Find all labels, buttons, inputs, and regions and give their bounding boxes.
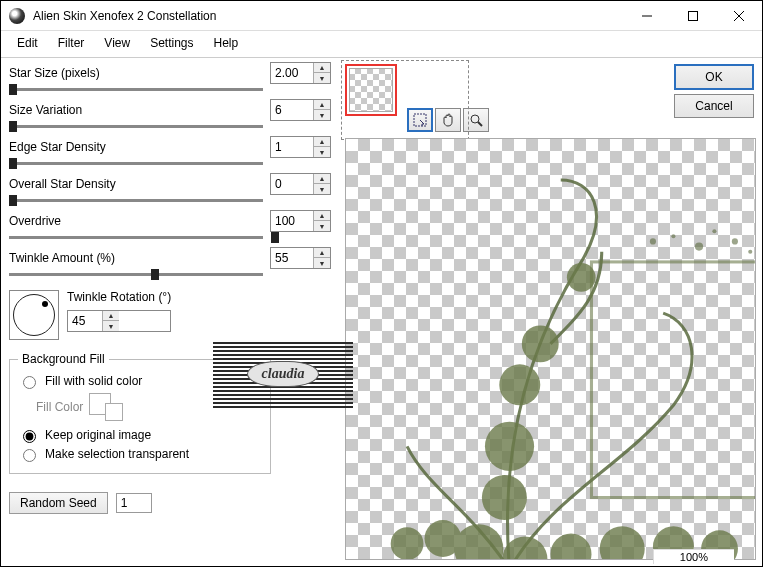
zoom-level: 100% [653,549,734,564]
svg-point-23 [695,242,703,250]
param-overdrive: Overdrive ▲▼ [9,210,331,239]
size-variation-slider[interactable] [9,125,263,128]
svg-point-26 [748,250,752,254]
radio-keep-original[interactable]: Keep original image [18,427,262,443]
twinkle-rotation-down[interactable]: ▼ [103,321,119,331]
star-size-slider[interactable] [9,88,263,91]
slider-thumb[interactable] [9,195,17,206]
slider-thumb[interactable] [271,232,279,243]
titlebar: Alien Skin Xenofex 2 Constellation [1,1,762,31]
twinkle-rotation-up[interactable]: ▲ [103,311,119,321]
zoom-tool-button[interactable] [463,108,489,132]
svg-point-5 [471,115,479,123]
dialog-buttons: OK Cancel [674,64,754,118]
random-seed-input[interactable] [116,493,152,513]
size-variation-label: Size Variation [9,103,82,117]
marquee-tool-button[interactable] [407,108,433,132]
size-variation-input[interactable] [271,100,313,120]
menu-settings[interactable]: Settings [142,34,201,52]
edge-density-slider[interactable] [9,162,263,165]
svg-point-17 [485,422,534,471]
size-variation-down[interactable]: ▼ [314,110,330,120]
slider-thumb[interactable] [151,269,159,280]
menu-view[interactable]: View [96,34,138,52]
ok-button[interactable]: OK [674,64,754,90]
preview-tools [407,108,489,132]
svg-point-10 [600,526,645,559]
size-variation-up[interactable]: ▲ [314,100,330,110]
param-edge-density: Edge Star Density ▲▼ [9,136,331,165]
svg-point-14 [391,527,424,559]
svg-point-9 [551,533,592,559]
twinkle-amount-slider[interactable] [9,273,263,276]
svg-point-13 [425,520,462,557]
menu-filter[interactable]: Filter [50,34,93,52]
svg-point-22 [671,234,675,238]
overdrive-up[interactable]: ▲ [314,211,330,221]
edge-density-up[interactable]: ▲ [314,137,330,147]
overdrive-input[interactable] [271,211,313,231]
rotation-dial[interactable] [9,290,59,340]
radio-fill-solid-input[interactable] [23,376,36,389]
overall-density-up[interactable]: ▲ [314,174,330,184]
overall-density-slider[interactable] [9,199,263,202]
maximize-button[interactable] [670,1,716,30]
param-twinkle-amount: Twinkle Amount (%) ▲▼ [9,247,331,276]
fill-color-label: Fill Color [36,400,83,414]
preview-panel: OK Cancel [339,58,762,566]
overall-density-down[interactable]: ▼ [314,184,330,194]
fill-color-row: Fill Color [36,393,262,421]
edge-density-label: Edge Star Density [9,140,106,154]
svg-line-6 [478,122,482,126]
slider-thumb[interactable] [9,121,17,132]
overall-density-input[interactable] [271,174,313,194]
menu-edit[interactable]: Edit [9,34,46,52]
slider-thumb[interactable] [9,84,17,95]
twinkle-amount-up[interactable]: ▲ [314,248,330,258]
svg-point-24 [712,229,716,233]
preview-canvas[interactable] [345,138,756,560]
navigator-thumbnail[interactable] [345,64,397,116]
app-icon [9,8,25,24]
radio-make-transparent[interactable]: Make selection transparent [18,446,262,462]
overdrive-down[interactable]: ▼ [314,221,330,231]
twinkle-rotation-label: Twinkle Rotation (°) [67,290,171,304]
minimize-button[interactable] [624,1,670,30]
edge-density-down[interactable]: ▼ [314,147,330,157]
window-title: Alien Skin Xenofex 2 Constellation [33,9,624,23]
svg-point-18 [482,475,527,520]
radio-keep-original-label: Keep original image [45,428,151,442]
star-size-up[interactable]: ▲ [314,63,330,73]
radio-keep-original-input[interactable] [23,430,36,443]
param-twinkle-rotation: Twinkle Rotation (°) ▲▼ [9,290,331,340]
random-seed-button[interactable]: Random Seed [9,492,108,514]
window-controls [624,1,762,30]
star-size-input[interactable] [271,63,313,83]
preview-artwork [346,139,755,559]
radio-fill-solid[interactable]: Fill with solid color [18,373,262,389]
svg-point-7 [454,524,503,559]
app-window: Alien Skin Xenofex 2 Constellation Edit … [0,0,763,567]
random-seed-row: Random Seed [9,492,331,514]
fill-color-swatch-bg[interactable] [105,403,123,421]
twinkle-amount-down[interactable]: ▼ [314,258,330,268]
menu-help[interactable]: Help [206,34,247,52]
star-size-down[interactable]: ▼ [314,73,330,83]
twinkle-amount-input[interactable] [271,248,313,268]
menubar: Edit Filter View Settings Help [1,31,762,58]
param-size-variation: Size Variation ▲▼ [9,99,331,128]
background-fill-group: Background Fill Fill with solid color Fi… [9,352,271,474]
param-overall-density: Overall Star Density ▲▼ [9,173,331,202]
slider-thumb[interactable] [9,158,17,169]
close-button[interactable] [716,1,762,30]
edge-density-input[interactable] [271,137,313,157]
overdrive-slider[interactable] [9,236,263,239]
cancel-button[interactable]: Cancel [674,94,754,118]
svg-rect-1 [689,11,698,20]
svg-point-15 [522,325,559,362]
parameters-panel: Star Size (pixels) ▲▼ Size Variation ▲▼ [1,58,339,566]
radio-make-transparent-input[interactable] [23,449,36,462]
twinkle-amount-label: Twinkle Amount (%) [9,251,115,265]
twinkle-rotation-input[interactable] [68,311,102,331]
hand-tool-button[interactable] [435,108,461,132]
